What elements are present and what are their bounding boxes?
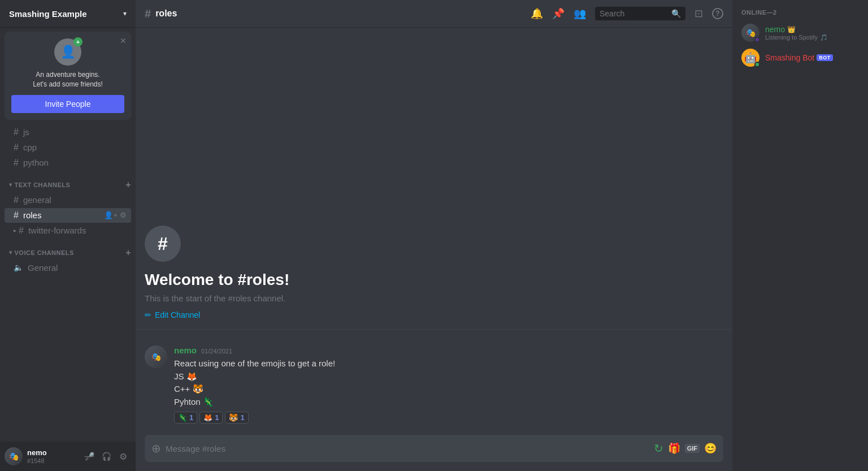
add-member-icon[interactable]: 👤+: [104, 211, 118, 219]
welcome-subtitle: This is the start of the #roles channel.: [145, 293, 723, 303]
channel-hash-icon: #: [145, 7, 151, 20]
crown-icon: 👑: [787, 25, 796, 33]
attach-file-icon[interactable]: ⊕: [151, 435, 161, 462]
hash-icon: #: [14, 210, 19, 221]
emoji-icon[interactable]: 😊: [704, 442, 717, 455]
welcome-title: Welcome to #roles!: [145, 271, 723, 289]
voice-channels-section[interactable]: ▾ VOICE CHANNELS +: [0, 239, 136, 260]
sidebar-item-twitter-forwards[interactable]: ▸ # twitter-forwards: [5, 223, 131, 238]
friend-card-text: An adventure begins. Let's add some frie…: [11, 70, 124, 89]
user-info: nemo #1548: [27, 448, 77, 464]
bot-badge: BOT: [817, 54, 833, 61]
channel-header: # roles 🔔 📌 👥 🔍 ⊡ ?: [136, 0, 732, 27]
channel-actions: 👤+ ⚙: [104, 211, 127, 219]
message-input[interactable]: [166, 437, 649, 460]
add-friend-icon: +: [73, 37, 83, 46]
mute-button[interactable]: 🎤: [81, 448, 97, 464]
message-group: 🎭 nemo 01/24/2021 React using one of the…: [136, 343, 732, 426]
avatar: 👤 +: [54, 38, 81, 66]
bell-icon[interactable]: 🔔: [531, 7, 543, 20]
user-discriminator: #1548: [27, 457, 77, 464]
search-input[interactable]: [600, 9, 668, 18]
add-voice-channel-icon[interactable]: +: [125, 248, 131, 258]
channel-list: # js # cpp # python ▾ TEXT CHANNELS + # …: [0, 124, 136, 442]
welcome-section: # Welcome to #roles! This is the start o…: [136, 217, 732, 320]
channel-header-name: roles: [155, 8, 177, 19]
chevron-down-icon: ▾: [123, 10, 127, 18]
deafen-button[interactable]: 🎧: [98, 448, 114, 464]
message-input-wrap: ⊕ ↻ 🎁 GIF 😊: [136, 435, 732, 471]
add-text-channel-icon[interactable]: +: [125, 180, 131, 190]
user-bar: 🎭 nemo #1548 🎤 🎧 ⚙: [0, 442, 136, 471]
sidebar: Smashing Example ▾ ✕ 👤 + An adventure be…: [0, 0, 136, 471]
divider: [136, 329, 732, 330]
help-icon[interactable]: ?: [712, 8, 723, 19]
reaction-lizard[interactable]: 🦎 1: [174, 412, 197, 424]
headphone-icon: 🎧: [102, 452, 111, 461]
hash-icon: #: [14, 142, 19, 153]
speaker-icon: 🔈: [14, 263, 23, 272]
user-bar-actions: 🎤 🎧 ⚙: [81, 448, 131, 464]
search-icon: 🔍: [671, 9, 681, 18]
sidebar-item-cpp[interactable]: # cpp: [5, 140, 131, 155]
message-author: nemo: [174, 345, 197, 355]
message-content: nemo 01/24/2021 React using one of the e…: [174, 345, 723, 424]
avatar-wrap: 👤 +: [11, 38, 124, 66]
text-channels-section[interactable]: ▾ TEXT CHANNELS +: [0, 171, 136, 192]
member-avatar-bot: 🤖: [741, 49, 760, 67]
close-icon[interactable]: ✕: [120, 36, 127, 45]
member-activity: Listening to Spotify 🎵: [765, 34, 859, 41]
messages-area: # Welcome to #roles! This is the start o…: [136, 27, 732, 435]
hash-icon: #: [14, 158, 19, 168]
hash-icon: #: [19, 226, 24, 236]
message-avatar: 🎭: [145, 345, 167, 368]
server-name: Smashing Example: [9, 9, 87, 19]
pencil-icon: ✏: [145, 310, 151, 319]
search-bar[interactable]: 🔍: [595, 7, 685, 20]
member-name: nemo 👑: [765, 25, 859, 34]
member-name: Smashing Bot BOT: [765, 53, 859, 62]
channel-welcome-icon: #: [145, 226, 181, 262]
sidebar-item-python[interactable]: # python: [5, 155, 131, 170]
sidebar-item-roles[interactable]: # roles 👤+ ⚙: [5, 208, 131, 223]
section-chevron-icon: ▾: [9, 249, 12, 256]
friend-invite-card: ✕ 👤 + An adventure begins. Let's add som…: [5, 32, 131, 120]
gift-icon[interactable]: 🎁: [668, 442, 680, 455]
sidebar-item-general-voice[interactable]: 🔈 General: [5, 261, 131, 275]
hash-icon: #: [14, 127, 19, 137]
gif-button[interactable]: GIF: [685, 444, 700, 453]
header-icons: 🔔 📌 👥 🔍 ⊡ ?: [531, 7, 723, 20]
reaction-fox[interactable]: 🦊 1: [199, 412, 223, 424]
member-item-nemo[interactable]: 🎭 nemo 👑 Listening to Spotify 🎵: [737, 20, 863, 45]
members-icon[interactable]: 👥: [574, 7, 586, 20]
edit-channel-button[interactable]: ✏ Edit Channel: [145, 310, 200, 319]
message-header: nemo 01/24/2021: [174, 345, 723, 355]
settings-button[interactable]: ⚙: [115, 448, 131, 464]
username: nemo: [27, 448, 77, 457]
sidebar-item-js[interactable]: # js: [5, 125, 131, 140]
settings-icon[interactable]: ⚙: [120, 211, 127, 219]
status-indicator: [754, 37, 760, 42]
microphone-icon: 🎤: [85, 452, 94, 461]
right-sidebar: ONLINE—2 🎭 nemo 👑 Listening to Spotify 🎵…: [732, 0, 868, 471]
online-header: ONLINE—2: [737, 9, 863, 16]
reaction-tiger[interactable]: 🐯 1: [225, 412, 248, 424]
inbox-icon[interactable]: ⊡: [695, 7, 703, 20]
main-content: # roles 🔔 📌 👥 🔍 ⊡ ? # Welcome to #roles!…: [136, 0, 732, 471]
invite-people-button[interactable]: Invite People: [11, 95, 124, 113]
message-timestamp: 01/24/2021: [201, 348, 232, 355]
reactions: 🦎 1 🦊 1 🐯 1: [174, 412, 723, 424]
user-avatar: 🎭: [5, 447, 23, 465]
gear-icon: ⚙: [119, 451, 127, 462]
message-text: React using one of the emojis to get a r…: [174, 357, 723, 408]
member-item-smashing-bot[interactable]: 🤖 Smashing Bot BOT: [737, 45, 863, 70]
pin-icon[interactable]: 📌: [552, 7, 565, 20]
refresh-icon[interactable]: ↻: [654, 442, 663, 455]
sidebar-item-general[interactable]: # general: [5, 193, 131, 208]
member-avatar-nemo: 🎭: [741, 24, 760, 42]
section-chevron-icon: ▾: [9, 182, 12, 188]
member-info-bot: Smashing Bot BOT: [765, 53, 859, 62]
status-indicator: [754, 62, 760, 67]
member-info-nemo: nemo 👑 Listening to Spotify 🎵: [765, 25, 859, 41]
server-header[interactable]: Smashing Example ▾: [0, 0, 136, 27]
